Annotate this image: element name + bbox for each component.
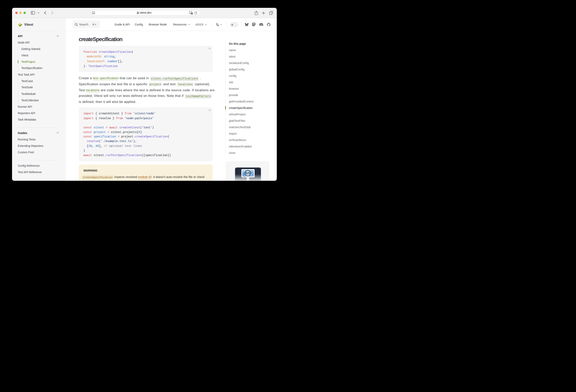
svg-text:文: 文: [192, 13, 193, 14]
svg-text:A: A: [217, 24, 219, 26]
